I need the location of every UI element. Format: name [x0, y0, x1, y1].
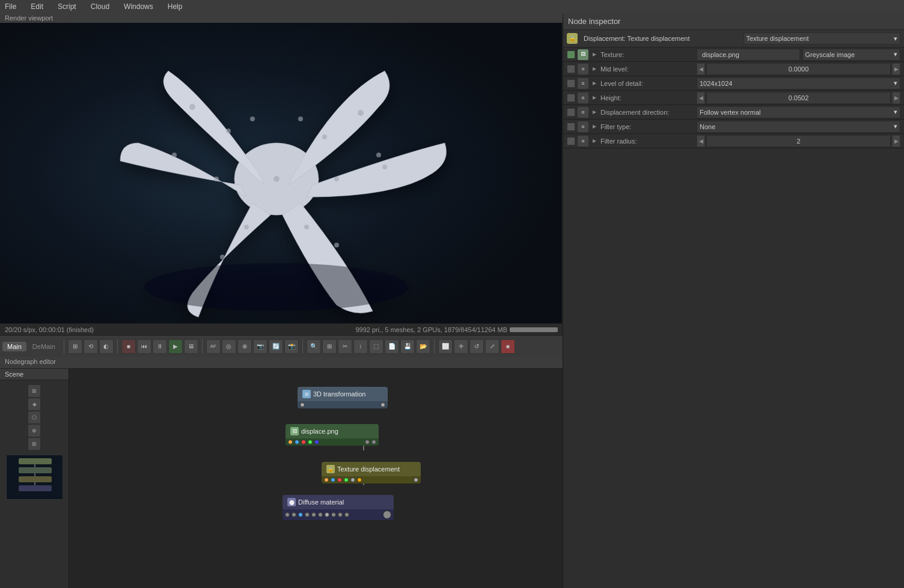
- sidebar-icon-5[interactable]: ⊞: [28, 438, 40, 450]
- port-r[interactable]: [301, 440, 306, 444]
- sidebar-icon-4[interactable]: ⊕: [28, 425, 40, 437]
- texture-type-dropdown[interactable]: Greyscale image ▾: [802, 49, 901, 61]
- toolbar-btn-15[interactable]: 📄: [385, 339, 399, 354]
- port-d-out[interactable]: [414, 477, 418, 482]
- port-d-4[interactable]: [344, 477, 349, 482]
- port-b[interactable]: [314, 440, 319, 444]
- port-out-1[interactable]: [365, 440, 370, 444]
- row-connector-midlevel[interactable]: [567, 65, 575, 73]
- toolbar-btn-1[interactable]: ⊞: [68, 339, 82, 354]
- toolbar-btn-move[interactable]: ✛: [454, 339, 468, 354]
- port-alpha[interactable]: [295, 440, 299, 444]
- lod-dropdown[interactable]: 1024x1024 ▾: [697, 77, 900, 89]
- menu-edit[interactable]: Edit: [28, 1, 46, 12]
- filter-type-dropdown[interactable]: None ▾: [697, 121, 900, 133]
- toolbar-btn-2[interactable]: ⟲: [84, 339, 98, 354]
- toolbar-btn-8[interactable]: 🔄: [269, 339, 283, 354]
- row-connector-height[interactable]: [567, 94, 575, 102]
- port-dm-5[interactable]: [311, 512, 316, 517]
- row-connector-disp-dir[interactable]: [567, 108, 575, 117]
- toolbar-btn-3[interactable]: ◐: [99, 339, 114, 354]
- toolbar-btn-16[interactable]: 💾: [400, 339, 415, 354]
- toolbar-btn-17[interactable]: 📂: [416, 339, 430, 354]
- port-d-5[interactable]: [350, 477, 355, 482]
- row-expand-height[interactable]: ▶: [591, 94, 598, 102]
- toolbar-btn-af[interactable]: AF: [206, 339, 221, 354]
- row-connector-texture[interactable]: [567, 50, 575, 59]
- scene-tab[interactable]: Scene: [0, 369, 69, 380]
- toolbar-btn-stop[interactable]: ■: [121, 339, 136, 354]
- port-in[interactable]: [300, 402, 305, 407]
- node-displacement[interactable]: 🔒 Texture displacement: [322, 462, 421, 483]
- height-value[interactable]: 0.0502: [706, 92, 891, 104]
- row-connector-filter-type[interactable]: [567, 123, 575, 131]
- toolbar-btn-9[interactable]: 📸: [284, 339, 299, 354]
- menu-file[interactable]: File: [2, 1, 19, 12]
- menu-help[interactable]: Help: [165, 1, 185, 12]
- row-expand-filter-type[interactable]: ▶: [591, 123, 598, 130]
- row-connector-filter-radius[interactable]: [567, 137, 575, 145]
- toolbar-btn-scale[interactable]: ⤢: [485, 339, 499, 354]
- port-dm-2[interactable]: [292, 512, 296, 517]
- row-expand-disp-dir[interactable]: ▶: [591, 109, 598, 116]
- filter-radius-right-arrow[interactable]: ▶: [892, 135, 900, 147]
- row-expand-lod[interactable]: ▶: [591, 80, 598, 87]
- port-out-2[interactable]: [371, 440, 376, 444]
- midlevel-value[interactable]: 0.0000: [706, 63, 891, 75]
- port-d-3[interactable]: [337, 477, 342, 482]
- port-dm-3[interactable]: [298, 512, 303, 517]
- port-dm-6[interactable]: [318, 512, 323, 517]
- port-dm-4[interactable]: [305, 512, 310, 517]
- sidebar-icon-1[interactable]: ⊞: [28, 385, 40, 397]
- texture-filename[interactable]: displace.png: [697, 49, 800, 61]
- toolbar-btn-10[interactable]: 🔍: [307, 339, 321, 354]
- port-dm-10[interactable]: [344, 512, 349, 517]
- toolbar-btn-rotate[interactable]: ↺: [469, 339, 484, 354]
- row-connector-lod[interactable]: [567, 79, 575, 88]
- toolbar-btn-14[interactable]: ⬚: [369, 339, 383, 354]
- toolbar-btn-7[interactable]: 📷: [253, 339, 267, 354]
- toolbar-btn-5[interactable]: ◎: [222, 339, 236, 354]
- row-expand-texture[interactable]: ▶: [591, 51, 598, 58]
- filter-radius-left-arrow[interactable]: ◀: [697, 135, 705, 147]
- height-left-arrow[interactable]: ◀: [697, 92, 705, 104]
- toolbar-btn-pause[interactable]: ⏸: [153, 339, 167, 354]
- port-dm-9[interactable]: [338, 512, 343, 517]
- toolbar-btn-color[interactable]: ■: [501, 339, 515, 354]
- row-expand-midlevel[interactable]: ▶: [591, 65, 598, 73]
- node-diffuse[interactable]: ⬤ Diffuse material: [282, 495, 394, 520]
- menu-script[interactable]: Script: [55, 1, 79, 12]
- port-d-2[interactable]: [331, 477, 335, 482]
- midlevel-right-arrow[interactable]: ▶: [892, 63, 900, 75]
- toolbar-btn-11[interactable]: ⊞: [322, 339, 337, 354]
- toolbar-btn-12[interactable]: ✂: [338, 339, 352, 354]
- disp-dir-dropdown[interactable]: Follow vertex normal ▾: [697, 106, 900, 118]
- render-viewport[interactable]: [0, 23, 562, 323]
- height-right-arrow[interactable]: ▶: [892, 92, 900, 104]
- filter-radius-value[interactable]: 2: [706, 135, 891, 147]
- menu-windows[interactable]: Windows: [121, 1, 156, 12]
- midlevel-left-arrow[interactable]: ◀: [697, 63, 705, 75]
- toolbar-btn-monitor[interactable]: 🖥: [184, 339, 198, 354]
- port-dm-1[interactable]: [285, 512, 290, 517]
- port-d-6[interactable]: [357, 477, 362, 482]
- port-d-1[interactable]: [324, 477, 329, 482]
- node-texture[interactable]: 🖼 displace.png: [286, 424, 379, 446]
- node-transform[interactable]: ⊞ 3D transformation: [298, 387, 388, 408]
- nodegraph-canvas[interactable]: ⊞ 3D transformation: [69, 369, 563, 588]
- tab-main[interactable]: Main: [2, 342, 26, 351]
- toolbar-btn-play[interactable]: ▶: [168, 339, 183, 354]
- toolbar-btn-prev[interactable]: ⏮: [137, 339, 151, 354]
- node-type-dropdown[interactable]: Texture displacement ▾: [744, 32, 901, 44]
- port-dm-8[interactable]: [331, 512, 336, 517]
- tab-demain[interactable]: DeMain: [28, 342, 60, 351]
- toolbar-btn-6[interactable]: ⊕: [237, 339, 252, 354]
- sidebar-icon-3[interactable]: ⬡: [28, 411, 40, 423]
- toolbar-btn-cube[interactable]: ⬜: [438, 339, 453, 354]
- sidebar-icon-2[interactable]: ◈: [28, 398, 40, 410]
- port-out[interactable]: [380, 402, 385, 407]
- port-dm-7[interactable]: [325, 512, 329, 517]
- port-color[interactable]: [288, 440, 293, 444]
- menu-cloud[interactable]: Cloud: [88, 1, 112, 12]
- port-g[interactable]: [308, 440, 313, 444]
